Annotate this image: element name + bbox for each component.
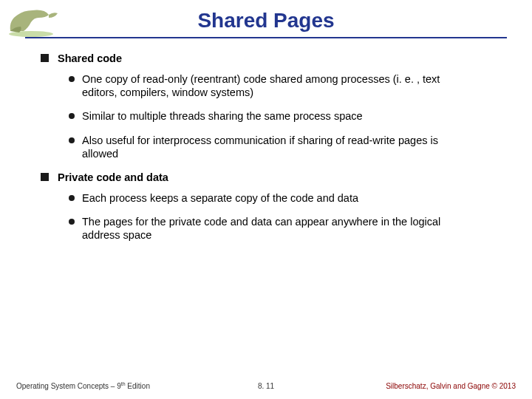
footer-right: Silberschatz, Galvin and Gagne © 2013 <box>386 382 516 390</box>
bullet-text: The pages for the private code and data … <box>82 215 453 242</box>
bullet-text: Similar to multiple threads sharing the … <box>82 109 363 123</box>
dot-bullet-icon <box>69 137 75 143</box>
dot-bullet-icon <box>69 195 75 201</box>
slide-body: Shared code One copy of read-only (reent… <box>41 52 491 242</box>
bullet-text: One copy of read-only (reentrant) code s… <box>82 72 453 99</box>
bullet-text: Also useful for interprocess communicati… <box>82 134 453 160</box>
svg-point-0 <box>9 31 53 37</box>
dot-bullet-icon <box>69 219 75 225</box>
dinosaur-logo-icon <box>1 1 61 38</box>
section-heading: Private code and data <box>41 171 491 184</box>
section-heading-text: Private code and data <box>58 171 168 184</box>
bullet-item: Also useful for interprocess communicati… <box>69 134 453 160</box>
section-heading-text: Shared code <box>58 52 122 65</box>
dot-bullet-icon <box>69 113 75 119</box>
bullet-item: The pages for the private code and data … <box>69 215 453 242</box>
square-bullet-icon <box>41 173 49 181</box>
bullet-item: One copy of read-only (reentrant) code s… <box>69 72 453 99</box>
bullet-item: Each process keeps a separate copy of th… <box>69 191 453 205</box>
dot-bullet-icon <box>69 76 75 82</box>
title-rule <box>25 37 507 38</box>
slide-title: Shared Pages <box>0 9 532 33</box>
bullet-text: Each process keeps a separate copy of th… <box>82 191 358 205</box>
square-bullet-icon <box>41 54 49 62</box>
bullet-item: Similar to multiple threads sharing the … <box>69 109 453 123</box>
section-heading: Shared code <box>41 52 491 65</box>
